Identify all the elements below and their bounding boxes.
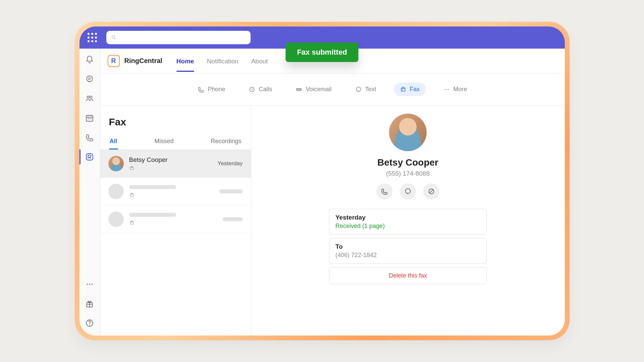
to-card[interactable]: To (406) 722-1842 <box>329 238 487 264</box>
search-icon <box>111 35 116 40</box>
phone-icon <box>85 133 94 142</box>
fax-list-tabs: All Missed Recordings <box>100 134 251 150</box>
placeholder-line <box>219 189 243 193</box>
svg-point-28 <box>444 89 445 90</box>
sidebar-apps[interactable] <box>79 299 100 308</box>
tab-phone-label: Phone <box>208 86 225 93</box>
svg-point-13 <box>91 119 91 119</box>
app-launcher-icon[interactable] <box>88 33 97 42</box>
chat-icon <box>404 188 412 195</box>
list-tab-missed[interactable]: Missed <box>154 134 174 149</box>
device-frame: R RingCentral Home Notification About Ph… <box>75 22 570 340</box>
sidebar <box>79 49 100 336</box>
fax-row[interactable]: Betsy Cooper Yesterday <box>100 150 251 178</box>
svg-point-5 <box>87 96 89 98</box>
voicemail-icon <box>296 86 302 93</box>
svg-point-0 <box>112 36 114 39</box>
placeholder-line <box>223 217 243 221</box>
svg-point-11 <box>88 119 88 119</box>
svg-rect-14 <box>86 154 93 160</box>
placeholder-line <box>129 185 176 189</box>
brand-name: RingCentral <box>124 57 162 65</box>
svg-point-24 <box>356 87 361 91</box>
tab-fax-label: Fax <box>410 86 420 93</box>
svg-point-23 <box>300 89 301 90</box>
delete-card[interactable]: Delete this fax <box>329 267 487 284</box>
message-button[interactable] <box>400 183 416 199</box>
avatar-placeholder <box>108 212 124 227</box>
tab-voicemail-label: Voicemail <box>306 86 331 93</box>
nav-about[interactable]: About <box>247 50 272 72</box>
toast-fax-submitted: Fax submitted <box>285 43 358 62</box>
contact-avatar <box>389 114 427 151</box>
sidebar-more[interactable] <box>79 280 100 289</box>
sidebar-help[interactable] <box>79 319 100 327</box>
fax-detail-panel: Betsy Cooper (555) 174-8088 <box>251 106 565 336</box>
gift-icon <box>85 299 94 308</box>
svg-point-6 <box>90 96 92 98</box>
svg-rect-26 <box>402 87 404 88</box>
nav-notification[interactable]: Notification <box>203 50 243 72</box>
svg-point-37 <box>406 189 411 194</box>
search-box[interactable] <box>106 31 251 44</box>
fax-row-placeholder[interactable] <box>100 178 251 205</box>
placeholder-line <box>129 213 176 217</box>
svg-line-1 <box>114 38 115 39</box>
contact-actions <box>376 183 439 199</box>
svg-rect-35 <box>130 222 133 224</box>
list-tab-recordings[interactable]: Recordings <box>210 134 242 149</box>
tab-voicemail[interactable]: Voicemail <box>289 82 337 96</box>
svg-rect-34 <box>131 193 132 194</box>
clock-icon <box>249 86 255 93</box>
block-icon <box>428 188 435 195</box>
nav-home[interactable]: Home <box>172 50 198 72</box>
subtabs: Phone Calls Voicemail Text <box>100 73 565 106</box>
svg-point-12 <box>89 119 90 119</box>
ringcentral-icon <box>85 153 94 161</box>
svg-point-30 <box>448 89 449 90</box>
body: R RingCentral Home Notification About Ph… <box>79 49 565 336</box>
screen: R RingCentral Home Notification About Ph… <box>79 26 565 336</box>
sidebar-messages[interactable] <box>79 75 100 83</box>
brand-logo: R <box>108 55 120 67</box>
people-icon <box>85 94 94 103</box>
tab-text[interactable]: Text <box>349 82 382 96</box>
fax-icon <box>129 220 135 226</box>
sidebar-phone[interactable] <box>79 133 100 142</box>
avatar <box>108 156 124 171</box>
search-input[interactable] <box>120 35 246 41</box>
phone-icon <box>198 86 204 93</box>
help-icon <box>85 319 94 327</box>
tab-fax[interactable]: Fax <box>394 82 426 96</box>
sidebar-calendar[interactable] <box>79 114 100 122</box>
svg-rect-31 <box>130 167 133 170</box>
tab-more[interactable]: More <box>437 82 473 96</box>
svg-rect-33 <box>130 194 133 196</box>
tab-more-label: More <box>453 86 467 93</box>
ellipsis-icon <box>87 284 93 285</box>
svg-point-22 <box>297 89 298 90</box>
fax-list: Betsy Cooper Yesterday <box>100 150 251 336</box>
svg-rect-25 <box>401 88 405 91</box>
block-button[interactable] <box>423 183 439 199</box>
delete-fax-button[interactable]: Delete this fax <box>389 272 427 279</box>
received-card[interactable]: Yesterday Received (1 page) <box>329 209 487 235</box>
svg-rect-36 <box>131 221 132 222</box>
svg-point-29 <box>446 89 447 90</box>
received-card-sub: Received (1 page) <box>335 223 480 230</box>
sidebar-contacts[interactable] <box>79 94 100 103</box>
fax-row-time: Yesterday <box>218 160 243 167</box>
list-tab-all[interactable]: All <box>109 134 118 149</box>
fax-list-title: Fax <box>100 106 251 134</box>
sidebar-ringcentral[interactable] <box>79 153 100 161</box>
fax-row-placeholder[interactable] <box>100 205 251 233</box>
tab-calls[interactable]: Calls <box>243 82 278 96</box>
sidebar-notifications[interactable] <box>79 55 100 64</box>
phone-icon <box>381 188 388 195</box>
svg-line-39 <box>430 190 433 193</box>
call-button[interactable] <box>376 183 392 199</box>
fax-row-info: Betsy Cooper <box>129 156 212 171</box>
tab-phone[interactable]: Phone <box>192 82 231 96</box>
to-card-sub: (406) 722-1842 <box>335 252 480 259</box>
svg-point-2 <box>87 76 92 81</box>
